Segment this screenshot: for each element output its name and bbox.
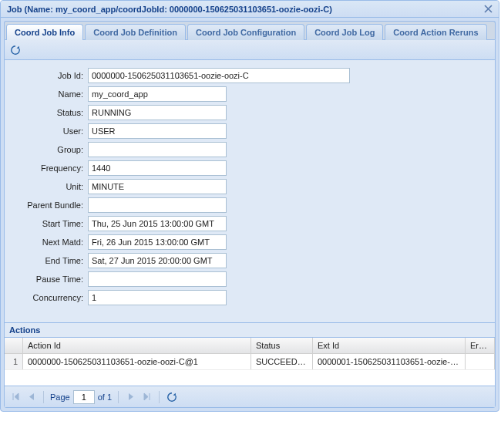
job-window: Job (Name: my_coord_app/coordJobId: 0000…	[0, 0, 499, 412]
actions-heading: Actions	[5, 322, 495, 338]
page-of-label: of 1	[98, 392, 112, 402]
tab-coord-job-configuration[interactable]: Coord Job Configuration	[187, 24, 304, 40]
col-action-id[interactable]: Action Id	[23, 338, 251, 353]
titlebar: Job (Name: my_coord_app/coordJobId: 0000…	[1, 1, 499, 18]
refresh-icon	[166, 392, 177, 403]
field-job-id[interactable]	[88, 68, 350, 83]
label-next-matd: Next Matd:	[11, 237, 88, 247]
tab-label: Coord Action Reruns	[393, 28, 478, 37]
field-start-time[interactable]	[88, 216, 227, 231]
col-error-code[interactable]: Error Code	[466, 338, 495, 353]
refresh-button[interactable]	[8, 42, 23, 58]
field-end-time[interactable]	[88, 253, 227, 268]
actions-grid: Action Id Status Ext Id Error Code 1 000…	[5, 338, 495, 386]
grid-spacer	[5, 370, 495, 386]
label-unit: Unit:	[11, 182, 88, 191]
first-page-button[interactable]	[9, 391, 22, 403]
grid-header: Action Id Status Ext Id Error Code	[5, 338, 495, 354]
label-frequency: Frequency:	[11, 163, 88, 173]
tab-label: Coord Job Log	[314, 28, 375, 37]
field-pause-time[interactable]	[88, 271, 227, 287]
pager: Page of 1	[5, 386, 495, 407]
field-frequency[interactable]	[88, 160, 227, 176]
col-ext-id[interactable]: Ext Id	[313, 338, 466, 353]
next-page-button[interactable]	[125, 391, 137, 403]
label-parent-bundle: Parent Bundle:	[11, 200, 88, 210]
tab-label: Coord Job Info	[15, 28, 75, 37]
table-row[interactable]: 1 0000000-150625031103651-oozie-oozi-C@1…	[5, 354, 495, 370]
tab-coord-job-log[interactable]: Coord Job Log	[306, 24, 383, 40]
pager-refresh-button[interactable]	[166, 391, 178, 403]
tab-label: Coord Job Definition	[93, 28, 177, 37]
tab-panel: Job Id: Name: Status: User: Group: Frequ…	[4, 39, 496, 408]
refresh-icon	[10, 45, 21, 56]
window-title: Job (Name: my_coord_app/coordJobId: 0000…	[7, 5, 332, 14]
tab-coord-job-definition[interactable]: Coord Job Definition	[85, 24, 186, 40]
cell-status: SUCCEEDED	[251, 354, 313, 369]
last-page-button[interactable]	[140, 391, 153, 403]
prev-page-button[interactable]	[25, 391, 37, 403]
tabstrip: Coord Job Info Coord Job Definition Coor…	[4, 21, 496, 39]
label-job-id: Job Id:	[11, 71, 88, 80]
field-group[interactable]	[88, 142, 227, 157]
pager-separator	[118, 391, 119, 403]
field-user[interactable]	[88, 123, 227, 139]
cell-action-id: 0000000-150625031103651-oozie-oozi-C@1	[23, 354, 251, 369]
cell-ext-id: 0000001-150625031103651-oozie-oozi-W	[313, 354, 466, 369]
pager-separator	[43, 391, 44, 403]
field-next-matd[interactable]	[88, 234, 227, 250]
tab-coord-action-reruns[interactable]: Coord Action Reruns	[385, 24, 486, 40]
cell-rownum: 1	[5, 354, 23, 369]
label-user: User:	[11, 126, 88, 136]
page-label: Page	[50, 392, 70, 402]
tab-label: Coord Job Configuration	[196, 28, 296, 37]
cell-error-code	[466, 354, 495, 369]
toolbar	[5, 40, 495, 60]
window-body: Coord Job Info Coord Job Definition Coor…	[1, 18, 499, 411]
label-status: Status:	[11, 108, 88, 117]
field-status[interactable]	[88, 105, 227, 120]
first-page-icon	[12, 392, 20, 401]
last-page-icon	[143, 392, 151, 401]
field-name[interactable]	[88, 86, 227, 102]
field-unit[interactable]	[88, 179, 227, 194]
grid-body: 1 0000000-150625031103651-oozie-oozi-C@1…	[5, 354, 495, 386]
label-end-time: End Time:	[11, 256, 88, 265]
label-concurrency: Concurrency:	[11, 293, 88, 302]
next-page-icon	[128, 392, 135, 401]
label-name: Name:	[11, 89, 88, 99]
close-icon[interactable]	[483, 3, 494, 15]
col-status[interactable]: Status	[251, 338, 313, 353]
field-parent-bundle[interactable]	[88, 197, 227, 213]
page-input[interactable]	[73, 390, 95, 404]
label-start-time: Start Time:	[11, 219, 88, 228]
label-pause-time: Pause Time:	[11, 275, 88, 284]
field-concurrency[interactable]	[88, 290, 227, 305]
col-rownum[interactable]	[5, 338, 23, 353]
tab-coord-job-info[interactable]: Coord Job Info	[6, 24, 83, 40]
job-info-form: Job Id: Name: Status: User: Group: Frequ…	[5, 60, 495, 319]
prev-page-icon	[28, 392, 35, 401]
pager-separator	[159, 391, 160, 403]
label-group: Group:	[11, 145, 88, 154]
